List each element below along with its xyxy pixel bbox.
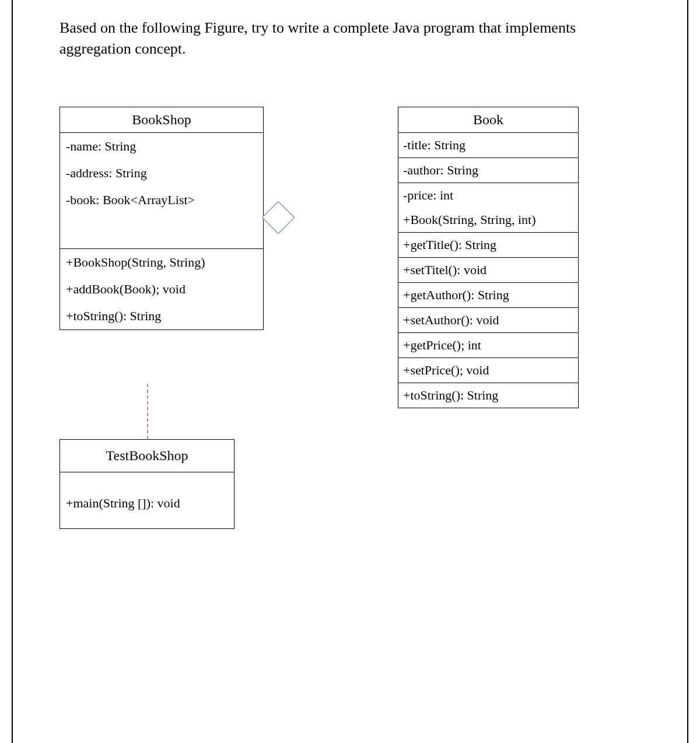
attribute: -author: String	[398, 158, 578, 183]
method: +addBook(Book); void	[60, 276, 263, 303]
method: +main(String []): void	[60, 490, 234, 517]
method: +setAuthor(): void	[398, 308, 578, 333]
dependency-line	[147, 384, 148, 439]
aggregation-diamond-icon	[262, 201, 295, 234]
attributes-compartment: -name: String -address: String -book: Bo…	[60, 133, 263, 249]
attribute: -book: Book<ArrayList>	[60, 187, 263, 213]
uml-diagram: BookShop -name: String -address: String …	[60, 107, 640, 632]
class-title: Book	[398, 107, 578, 133]
method: +Book(String, String, int)	[398, 208, 578, 233]
attribute: -price: int	[398, 183, 578, 208]
method: +getPrice(); int	[398, 333, 578, 358]
methods-compartment: +main(String []): void	[60, 472, 234, 528]
methods-compartment: +BookShop(String, String) +addBook(Book)…	[60, 249, 263, 330]
method: +setPrice(); void	[398, 358, 578, 383]
method: +toString(): String	[60, 303, 263, 330]
method: +setTitel(): void	[398, 258, 578, 283]
attribute: -address: String	[60, 160, 263, 187]
method: +BookShop(String, String)	[60, 249, 263, 276]
uml-class-testbookshop: TestBookShop +main(String []): void	[60, 439, 235, 529]
method: +getAuthor(): String	[398, 283, 578, 308]
method: +getTitle(): String	[398, 233, 578, 258]
class-title: BookShop	[60, 107, 263, 133]
class-title: TestBookShop	[60, 440, 234, 472]
question-prompt: Based on the following Figure, try to wr…	[60, 17, 640, 60]
page-frame: Based on the following Figure, try to wr…	[12, 0, 688, 743]
uml-class-book: Book -title: String -author: String -pri…	[398, 107, 579, 408]
attribute: -title: String	[398, 133, 578, 158]
attribute: -name: String	[60, 133, 263, 160]
method: +toString(): String	[398, 383, 578, 408]
uml-class-bookshop: BookShop -name: String -address: String …	[60, 107, 264, 330]
